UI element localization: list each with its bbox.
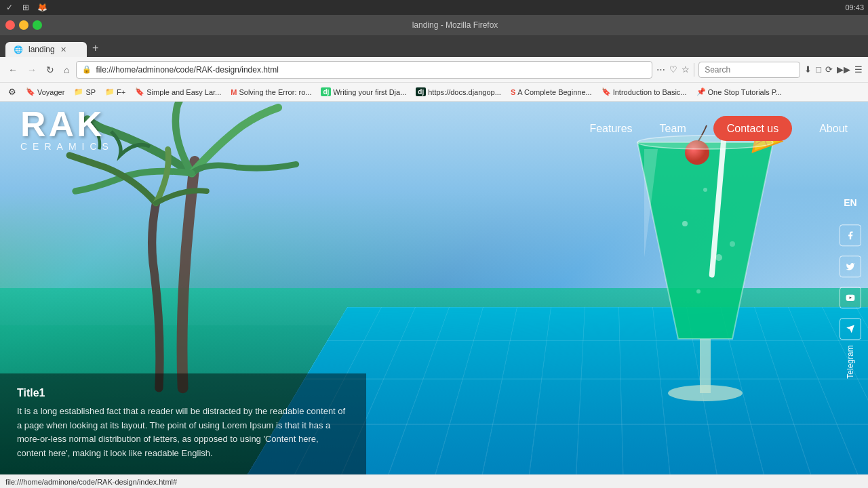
browser-titlebar: landing - Mozilla Firefox: [0, 15, 868, 35]
bookmark-label: Introduction to Basic...: [613, 88, 687, 96]
tab-favicon: 🌐: [14, 45, 23, 54]
extensions-button[interactable]: ▶▶: [837, 64, 850, 75]
bookmarks-bar: ⚙ 🔖 Voyager 📁 SP 📁 F+ 🔖 Simple and Easy …: [0, 83, 868, 102]
taskbar-left: ✓ ⊞ 🦊: [4, 2, 47, 13]
bookmark-complete-beginner[interactable]: S A Complete Beginne...: [507, 87, 596, 98]
more-button[interactable]: ⋯: [656, 64, 665, 75]
active-tab[interactable]: 🌐 landing ✕: [5, 42, 87, 57]
browser-navbar: ← → ↻ ⌂ 🔒 file:///home/adminone/code/RAK…: [0, 57, 868, 83]
svg-point-3: [696, 289, 701, 293]
forward-button[interactable]: →: [24, 63, 39, 77]
svg-point-6: [668, 385, 743, 401]
bookmark-one-stop[interactable]: 📌 One Stop Tutorials P...: [692, 86, 786, 98]
svg-point-0: [682, 221, 688, 226]
nav-features-link[interactable]: Features: [589, 123, 632, 134]
menu-button[interactable]: ☰: [854, 64, 863, 75]
content-body: It is a long established fact that a rea…: [17, 405, 349, 461]
bookmark-icon: 🔖: [135, 87, 144, 96]
tab-bar: 🌐 landing ✕ +: [0, 35, 868, 57]
bookmark-icon: S: [511, 88, 515, 96]
bookmark-writing-django[interactable]: dj Writing your first Dja...: [317, 86, 410, 98]
bookmark-label: SP: [85, 88, 96, 96]
site-navbar: RAK CERAMICS Features Team Contact us Ab…: [0, 102, 868, 156]
bookmark-f+[interactable]: 📁 F+: [101, 86, 130, 98]
bookmark-label: Simple and Easy Lar...: [146, 88, 221, 96]
tab-close-button[interactable]: ✕: [60, 45, 66, 54]
bookmark-icon: M: [231, 88, 237, 96]
bookmark-icon: dj: [416, 87, 426, 96]
new-tab-button[interactable]: +: [87, 39, 104, 57]
reload-button[interactable]: ↻: [43, 63, 57, 77]
svg-point-4: [730, 241, 735, 247]
bookmark-label: A Complete Beginne...: [517, 88, 591, 96]
maximize-button[interactable]: [33, 20, 42, 30]
nav-features[interactable]: Features: [589, 123, 632, 135]
bookmark-icon: dj: [321, 87, 331, 96]
bookmark-label: F+: [117, 88, 125, 96]
language-indicator[interactable]: EN: [844, 197, 856, 208]
sync-button[interactable]: ⟳: [825, 64, 833, 75]
bookmark-solving-error[interactable]: M Solving the Error: ro...: [226, 87, 315, 98]
taskbar-right: 09:43: [845, 3, 864, 12]
close-button[interactable]: [5, 20, 15, 30]
bookmark-simple-easy[interactable]: 🔖 Simple and Easy Lar...: [131, 86, 225, 98]
nav-team-link[interactable]: Team: [660, 123, 686, 134]
bookmark-label: https://docs.djangop...: [428, 88, 501, 96]
bookmark-settings[interactable]: ⚙: [4, 85, 20, 98]
social-sidebar: EN Telegram: [840, 197, 861, 378]
nav-icons: ⋯ ♡ ☆ ⬇ □ ⟳ ▶▶ ☰: [656, 62, 863, 78]
minimize-button[interactable]: [19, 20, 28, 30]
svg-point-2: [715, 254, 722, 261]
container-button[interactable]: □: [816, 64, 821, 75]
menu-icon[interactable]: ✓: [4, 2, 15, 13]
bookmark-intro-basic[interactable]: 🔖 Introduction to Basic...: [597, 86, 691, 98]
telegram-wrapper[interactable]: Telegram: [840, 318, 861, 378]
telegram-label: Telegram: [846, 345, 855, 378]
bookmark-sp[interactable]: 📁 SP: [70, 86, 100, 98]
os-taskbar: ✓ ⊞ 🦊 09:43: [0, 0, 868, 15]
bookmark-label: One Stop Tutorials P...: [708, 88, 782, 96]
bookmark-star-button[interactable]: ☆: [682, 64, 690, 75]
nav-about[interactable]: About: [819, 123, 848, 135]
bookmark-label: Writing your first Dja...: [333, 88, 406, 96]
bookmark-voyager[interactable]: 🔖 Voyager: [22, 86, 68, 98]
folder-icon: 📁: [74, 87, 83, 96]
cocktail-glass-svg: [597, 122, 814, 461]
nav-team[interactable]: Team: [660, 123, 686, 135]
address-bar[interactable]: 🔒 file:///home/adminone/code/RAK-design/…: [76, 61, 652, 79]
download-button[interactable]: ⬇: [804, 64, 812, 75]
twitter-icon[interactable]: [840, 256, 861, 277]
nav-contact-link[interactable]: Contact us: [713, 116, 792, 141]
taskbar-time: 09:43: [845, 3, 864, 12]
folder-icon: 📁: [105, 87, 115, 96]
site-nav: Features Team Contact us About: [589, 123, 848, 135]
bookmark-icon: 📌: [696, 87, 706, 96]
site-logo: RAK CERAMICS: [20, 106, 114, 151]
bookmark-icon: 🔖: [601, 87, 611, 96]
nav-contact[interactable]: Contact us: [713, 123, 792, 135]
window-controls[interactable]: [5, 20, 42, 30]
apps-icon[interactable]: ⊞: [20, 2, 31, 13]
nav-about-link[interactable]: About: [819, 123, 848, 134]
youtube-icon[interactable]: [840, 287, 861, 308]
search-input[interactable]: [698, 62, 800, 78]
bookmark-heart-button[interactable]: ♡: [669, 64, 677, 75]
bookmark-label: Voyager: [37, 88, 64, 96]
tab-label: landing: [28, 45, 55, 54]
status-url: file:///home/adminone/code/RAK-design/in…: [5, 478, 177, 486]
firefox-icon[interactable]: 🦊: [37, 2, 47, 13]
content-card: Title1 It is a long established fact tha…: [0, 373, 366, 474]
website-content: RAK CERAMICS Features Team Contact us Ab…: [0, 102, 868, 474]
home-button[interactable]: ⌂: [61, 63, 72, 77]
bookmark-django-docs[interactable]: dj https://docs.djangop...: [412, 86, 505, 98]
telegram-icon[interactable]: [840, 318, 861, 340]
security-icon: 🔒: [82, 65, 92, 74]
browser-title: landing - Mozilla Firefox: [412, 20, 498, 30]
content-title: Title1: [17, 387, 349, 399]
back-button[interactable]: ←: [5, 63, 20, 77]
browser-status-bar: file:///home/adminone/code/RAK-design/in…: [0, 474, 868, 488]
facebook-icon[interactable]: [840, 224, 861, 246]
address-text[interactable]: file:///home/adminone/code/RAK-design/in…: [96, 65, 646, 75]
bookmark-label: Solving the Error: ro...: [239, 88, 311, 96]
bookmark-icon: 🔖: [26, 87, 35, 96]
